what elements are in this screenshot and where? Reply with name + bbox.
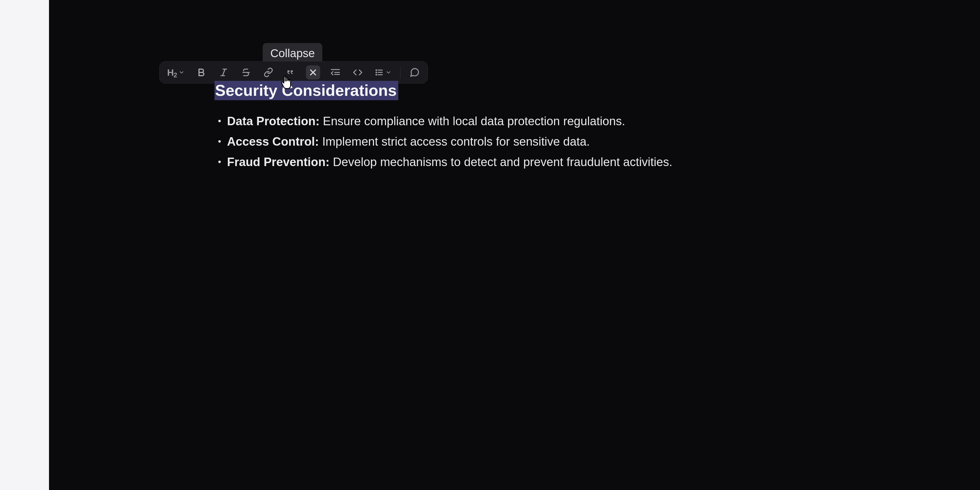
chevron-down-icon xyxy=(178,69,185,75)
svg-point-11 xyxy=(376,72,377,73)
comment-button[interactable] xyxy=(407,65,422,80)
heading-picker-button[interactable]: H2 xyxy=(165,65,186,80)
svg-line-2 xyxy=(223,69,225,76)
collapse-icon xyxy=(308,67,318,77)
editor-area[interactable]: Collapse H2 xyxy=(49,0,980,490)
link-button[interactable] xyxy=(261,65,275,80)
list-item[interactable]: Access Control: Implement strict access … xyxy=(215,134,980,150)
list-item[interactable]: Fraud Prevention: Develop mechanisms to … xyxy=(215,154,977,170)
code-block-icon xyxy=(330,67,341,77)
link-icon xyxy=(264,67,273,77)
formatting-toolbar: H2 xyxy=(159,61,428,84)
chevron-down-icon xyxy=(385,69,391,75)
strikethrough-button[interactable] xyxy=(239,65,253,80)
toolbar-separator xyxy=(400,67,401,78)
app-viewport: Collapse H2 xyxy=(0,0,980,490)
svg-point-12 xyxy=(376,74,377,75)
page-gutter xyxy=(0,0,49,490)
list-icon xyxy=(375,68,384,77)
item-text[interactable]: Implement strict access controls for sen… xyxy=(319,135,590,148)
bold-icon xyxy=(197,67,206,77)
heading-icon: H2 xyxy=(167,67,177,78)
item-label[interactable]: Fraud Prevention: xyxy=(227,155,330,169)
inline-code-button[interactable] xyxy=(351,65,365,80)
collapse-button[interactable] xyxy=(306,65,320,80)
document-body[interactable]: Security Considerations Data Protection:… xyxy=(215,82,980,175)
item-text[interactable]: Develop mechanisms to detect and prevent… xyxy=(330,155,673,169)
italic-icon xyxy=(219,67,229,77)
strikethrough-icon xyxy=(241,67,251,77)
comment-icon xyxy=(409,67,420,78)
item-text[interactable]: Ensure compliance with local data protec… xyxy=(320,115,625,128)
item-label[interactable]: Access Control: xyxy=(227,135,319,148)
italic-button[interactable] xyxy=(217,65,231,80)
bold-button[interactable] xyxy=(194,65,208,80)
bullet-list[interactable]: Data Protection: Ensure compliance with … xyxy=(215,113,980,170)
section-heading[interactable]: Security Considerations xyxy=(215,81,398,100)
list-item[interactable]: Data Protection: Ensure compliance with … xyxy=(215,113,980,129)
code-block-button[interactable] xyxy=(328,65,342,80)
quote-button[interactable] xyxy=(284,65,298,80)
code-icon xyxy=(353,67,363,77)
svg-point-10 xyxy=(376,70,377,70)
list-picker-button[interactable] xyxy=(373,65,393,80)
quote-icon xyxy=(286,67,296,77)
item-label[interactable]: Data Protection: xyxy=(227,115,320,128)
